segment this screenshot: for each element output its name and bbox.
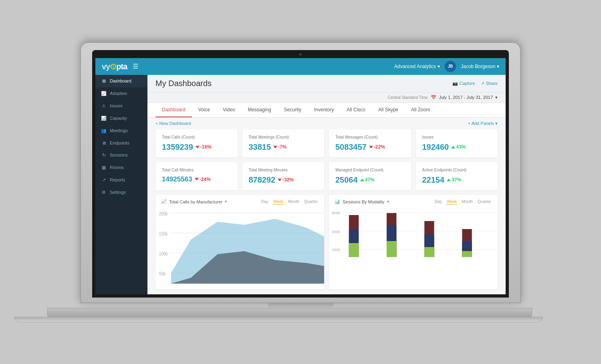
metric-card-active-endpoints: Active Endpoints (Count) 22154 37% xyxy=(416,162,498,190)
sidebar-label-reports: Reports xyxy=(110,177,125,182)
sidebar-item-adoption[interactable]: 📈 Adoption xyxy=(95,87,147,100)
tab-inventory[interactable]: Inventory xyxy=(308,103,340,117)
share-button[interactable]: ↗ Share xyxy=(481,81,498,86)
tab-dashboard[interactable]: Dashboard xyxy=(155,103,192,117)
date-arrow-icon: ▾ xyxy=(495,95,498,100)
laptop-wrapper: vy⊙pta ☰ Advanced Analytics ▾ JB Jacob xyxy=(80,42,521,322)
sidebar-item-sessions[interactable]: ↻ Sessions xyxy=(95,149,147,161)
metric-change-text-total-messages: -22% xyxy=(374,144,385,150)
adoption-icon: 📈 xyxy=(101,91,107,96)
metric-value-total-meetings: 33815 xyxy=(249,143,271,152)
laptop-hinge xyxy=(268,303,334,308)
top-header: vy⊙pta ☰ Advanced Analytics ▾ JB Jacob xyxy=(95,58,506,75)
metric-change-issues: 43% xyxy=(451,144,466,150)
chart-body-total-calls: 200k 150k 100k 50k xyxy=(155,207,324,290)
endpoints-icon: 🖥 xyxy=(101,141,107,145)
sidebar-item-reports[interactable]: ↗ Reports xyxy=(95,174,147,186)
svg-text:200k: 200k xyxy=(159,210,168,216)
user-name[interactable]: Jacob Borgeson ▾ xyxy=(461,64,499,69)
metric-change-text-total-calls: -16% xyxy=(200,144,212,150)
charts-row: 📈 Total Calls by Manufacturer ▾ Day Week… xyxy=(147,195,506,294)
metric-change-text-call-minutes: -24% xyxy=(200,177,211,182)
chart-card-sessions: 📊 Sessions By Modality ▾ Day Week Month xyxy=(329,195,498,290)
date-section: Central Standard Time 📅 July 1, 2017 - J… xyxy=(147,93,506,103)
tab-video[interactable]: Video xyxy=(216,103,241,117)
metrics-grid-row2: Total Call Minutes 14925563 -24% xyxy=(147,162,506,195)
metric-label-meeting-minutes: Total Meeting Minutes xyxy=(249,168,318,172)
analytics-arrow-icon: ▾ xyxy=(438,64,440,69)
period-tab-month-sessions[interactable]: Month xyxy=(461,199,474,205)
svg-text:200k: 200k xyxy=(332,247,341,251)
new-dashboard-button[interactable]: + New Dashboard xyxy=(155,121,191,126)
laptop-camera xyxy=(299,53,302,56)
sidebar-item-issues[interactable]: ⚠ Issues xyxy=(95,100,147,112)
tab-all-skype[interactable]: All Skype xyxy=(372,103,405,117)
logo-pta: pta xyxy=(116,62,127,71)
sidebar-label-settings: Settings xyxy=(110,190,126,195)
tab-security[interactable]: Security xyxy=(278,103,308,117)
tabs-bar: Dashboard Voice Video Messaging Security… xyxy=(147,103,506,118)
metric-change-total-messages: -22% xyxy=(369,144,385,150)
svg-rect-21 xyxy=(387,241,396,257)
hamburger-icon[interactable]: ☰ xyxy=(133,62,138,70)
tab-all-cisco[interactable]: All Cisco xyxy=(340,103,372,117)
period-tab-quarter-sessions[interactable]: Quarter xyxy=(477,199,492,205)
svg-text:100k: 100k xyxy=(159,250,168,256)
metric-card-call-minutes: Total Call Minutes 14925563 -24% xyxy=(155,162,238,190)
capture-label: Capture xyxy=(460,81,475,86)
metric-value-total-calls: 1359239 xyxy=(162,143,193,152)
bar-chart-icon: 📊 xyxy=(335,199,340,204)
tab-messaging[interactable]: Messaging xyxy=(242,103,278,117)
header-left: vy⊙pta ☰ xyxy=(102,62,138,71)
chart-period-tabs-sessions: Day Week Month Quarter xyxy=(434,199,492,205)
metric-change-total-meetings: -7% xyxy=(273,144,286,150)
sidebar-item-settings[interactable]: ⚙ Settings xyxy=(95,186,147,199)
area-chart-icon: 📈 xyxy=(161,199,167,204)
metric-value-managed-endpoint: 25064 xyxy=(335,175,358,185)
period-tab-day-sessions[interactable]: Day xyxy=(434,199,443,205)
arrow-up-icon-managed-endpoint xyxy=(360,179,364,181)
metric-change-text-issues: 43% xyxy=(456,144,466,150)
metric-label-total-calls: Total Calls (Count) xyxy=(162,135,231,139)
chart-card-total-calls: 📈 Total Calls by Manufacturer ▾ Day Week… xyxy=(155,195,324,290)
metric-value-total-messages: 5083457 xyxy=(335,143,367,152)
metric-value-active-endpoints: 22154 xyxy=(422,175,445,185)
sidebar-item-capacity[interactable]: 📊 Capacity xyxy=(95,112,147,125)
chart-title-sessions: 📊 Sessions By Modality ▾ xyxy=(335,199,389,204)
metric-change-text-active-endpoints: 37% xyxy=(452,177,461,183)
tab-voice[interactable]: Voice xyxy=(192,103,216,117)
period-tab-month-calls[interactable]: Month xyxy=(287,199,300,205)
rooms-icon: ▦ xyxy=(101,165,107,170)
sidebar-item-dashboard[interactable]: ⊞ Dashboard xyxy=(95,75,147,87)
metric-value-row-total-calls: 1359239 -16% xyxy=(162,143,231,152)
tab-all-zoom[interactable]: All Zoom xyxy=(405,103,436,117)
period-tab-week-calls[interactable]: Week xyxy=(272,199,284,205)
sidebar-item-endpoints[interactable]: 🖥 Endpoints xyxy=(95,137,147,149)
svg-rect-27 xyxy=(462,251,472,257)
chart-options-icon-sessions[interactable]: ▾ xyxy=(387,199,389,204)
metric-value-row-issues: 192460 43% xyxy=(422,143,492,152)
sidebar-item-meetings[interactable]: 👥 Meetings xyxy=(95,125,147,137)
content-area: My Dashboards 📷 Capture ↗ Share xyxy=(147,75,506,294)
sidebar-label-sessions: Sessions xyxy=(110,153,128,157)
add-panels-button[interactable]: + Add Panels ▾ xyxy=(468,121,498,126)
metric-value-issues: 192460 xyxy=(422,143,449,152)
user-arrow-icon: ▾ xyxy=(497,64,499,69)
period-tab-quarter-calls[interactable]: Quarter xyxy=(303,199,319,205)
metric-value-meeting-minutes: 878292 xyxy=(249,175,276,185)
chart-options-icon[interactable]: ▾ xyxy=(225,199,227,204)
metric-change-text-meeting-minutes: -32% xyxy=(282,177,294,183)
sidebar-item-rooms[interactable]: ▦ Rooms xyxy=(95,161,147,174)
capture-button[interactable]: 📷 Capture xyxy=(452,81,475,86)
svg-rect-18 xyxy=(349,243,359,257)
analytics-btn[interactable]: Advanced Analytics ▾ xyxy=(394,64,440,69)
date-picker[interactable]: 📅 July 1, 2017 - July 31, 2017 ▾ xyxy=(431,95,498,100)
timezone-label: Central Standard Time xyxy=(387,95,428,100)
period-tab-day-calls[interactable]: Day xyxy=(260,199,269,205)
sidebar-label-capacity: Capacity xyxy=(110,116,127,121)
period-tab-week-sessions[interactable]: Week xyxy=(446,199,458,205)
area-chart-svg: 200k 150k 100k 50k xyxy=(155,207,324,290)
sidebar-label-rooms: Rooms xyxy=(110,165,124,170)
meetings-icon: 👥 xyxy=(101,128,107,133)
laptop-bottom xyxy=(14,317,543,322)
